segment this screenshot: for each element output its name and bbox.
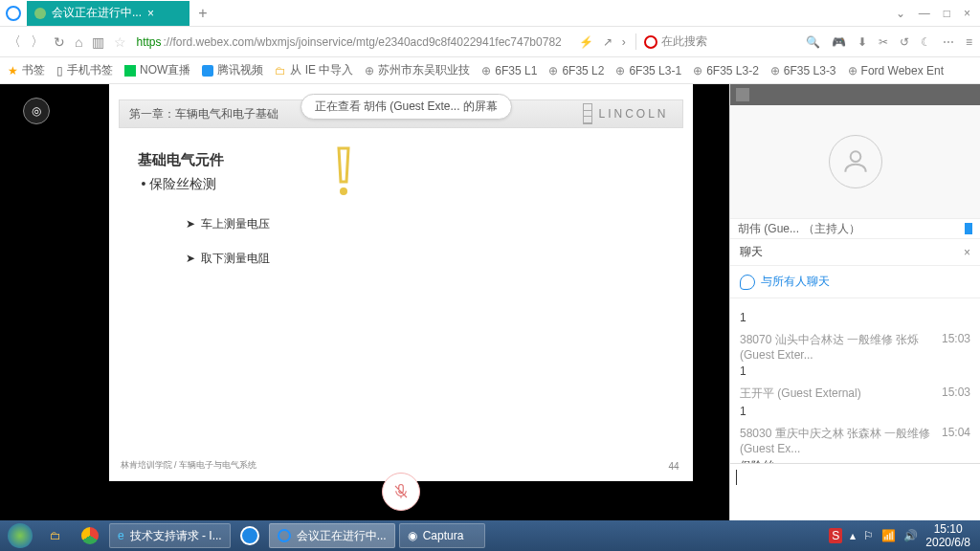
chat-input[interactable] xyxy=(730,463,980,520)
chat-with-label: 与所有人聊天 xyxy=(761,274,830,290)
search-icon[interactable]: 🔍 xyxy=(806,35,820,49)
slide-footer: 林肯培训学院 / 车辆电子与电气系统 xyxy=(121,459,257,472)
bookmark-bar: ★书签 ▯手机书签 NOW直播 腾讯视频 🗀从 IE 中导入 ⊕苏州市东吴职业技… xyxy=(0,57,980,84)
bookmark-tencent[interactable]: 腾讯视频 xyxy=(202,62,263,78)
gamepad-icon[interactable]: 🎮 xyxy=(832,35,846,49)
start-button[interactable] xyxy=(4,522,36,549)
slide-bullet: • 保险丝检测 xyxy=(142,176,217,193)
new-tab-button[interactable]: + xyxy=(189,5,216,22)
taskbar: 🗀 e技术支持请求 - I... 会议正在进行中... ◉Captura S ▴… xyxy=(0,520,980,551)
shared-slide: 第一章：车辆电气和电子基础 LINCOLN 正在查看 胡伟 (Guest Ext… xyxy=(109,84,693,481)
mute-button[interactable] xyxy=(382,473,420,511)
url-protocol: https xyxy=(136,35,161,49)
more-icon[interactable]: ⋯ xyxy=(943,35,954,49)
host-badge-icon xyxy=(965,223,972,234)
svg-point-0 xyxy=(340,187,347,195)
windows-icon xyxy=(8,523,33,548)
bookmark-l32[interactable]: ⊕6F35 L3-2 xyxy=(693,64,759,77)
bookmark-suzhou[interactable]: ⊕苏州市东吴职业技 xyxy=(365,62,470,78)
chat-message: 1 xyxy=(730,304,980,328)
bookmark-l31[interactable]: ⊕6F35 L3-1 xyxy=(615,64,681,77)
presentation-area: 第一章：车辆电气和电子基础 LINCOLN 正在查看 胡伟 (Guest Ext… xyxy=(72,84,729,520)
explorer-icon[interactable]: 🗀 xyxy=(40,522,71,549)
menu-icon[interactable]: ≡ xyxy=(966,35,972,49)
host-row[interactable]: 胡伟 (Gue... （主持人） xyxy=(730,218,980,239)
lightning-icon[interactable]: ⚡ xyxy=(579,35,593,49)
system-tray: S ▴ ⚐ 📶 🔊 15:10 2020/6/8 xyxy=(829,522,976,550)
taskbar-app-ie[interactable]: e技术支持请求 - I... xyxy=(109,523,231,548)
bookmark-ie-import[interactable]: 🗀从 IE 中导入 xyxy=(275,62,353,78)
window-close-icon[interactable]: × xyxy=(964,7,970,20)
slide-sub1: ➤车上测量电压 xyxy=(186,216,270,232)
sidebar-button[interactable]: ▥ xyxy=(92,34,104,50)
host-name: 胡伟 (Gue... xyxy=(738,221,799,237)
window-maximize-icon[interactable]: □ xyxy=(944,7,950,20)
browser-titlebar: 会议正在进行中... × + ⌄ — □ × xyxy=(0,0,980,27)
lincoln-logo-icon xyxy=(583,103,592,124)
bookmark-now[interactable]: NOW直播 xyxy=(124,62,190,78)
address-bar: 〈 〉 ↻ ⌂ ▥ ☆ https://ford.webex.com/wbxmj… xyxy=(0,27,980,57)
sogou-icon xyxy=(644,35,657,49)
chrome-icon[interactable] xyxy=(75,522,105,549)
side-panel: 胡伟 (Gue... （主持人） 聊天 × 与所有人聊天 1 38070 汕头中… xyxy=(729,84,980,520)
download-icon[interactable]: ⬇ xyxy=(858,35,867,49)
taskbar-app-webex[interactable]: 会议正在进行中... xyxy=(269,523,395,548)
home-button[interactable]: ⌂ xyxy=(75,34,82,50)
window-tray-icon[interactable]: ⌄ xyxy=(896,7,905,20)
bookmark-l33[interactable]: ⊕6F35 L3-3 xyxy=(770,64,836,77)
bookmark-l2[interactable]: ⊕6F35 L2 xyxy=(548,64,604,77)
window-minimize-icon[interactable]: — xyxy=(919,7,930,20)
share-icon[interactable]: ↗ xyxy=(603,35,612,49)
left-rail: ◎ xyxy=(0,84,72,520)
tab-close-icon[interactable]: × xyxy=(147,7,154,20)
chat-with-row[interactable]: 与所有人聊天 xyxy=(730,266,980,298)
view-toggle-button[interactable]: ◎ xyxy=(23,98,50,124)
microphone-muted-icon xyxy=(392,483,410,500)
star-button[interactable]: ☆ xyxy=(114,34,126,50)
tray-flag-icon[interactable]: ⚐ xyxy=(863,529,874,542)
panel-grid-icon[interactable] xyxy=(736,88,749,101)
viewing-banner: 正在查看 胡伟 (Guest Exte... 的屏幕 xyxy=(301,94,512,120)
bookmark-root[interactable]: ★书签 xyxy=(8,62,45,78)
forward-button[interactable]: 〉 xyxy=(31,33,44,51)
tab-title: 会议正在进行中... xyxy=(52,5,142,21)
browser-tab[interactable]: 会议正在进行中... × xyxy=(27,1,189,26)
tray-sogou-icon[interactable]: S xyxy=(829,528,842,543)
chat-title: 聊天 xyxy=(740,244,763,260)
lincoln-brand: LINCOLN xyxy=(583,103,668,124)
slide-heading: 基础电气元件 xyxy=(138,151,224,169)
slide-sub2: ➤取下测量电阻 xyxy=(186,251,270,267)
search-placeholder: 在此搜索 xyxy=(661,33,707,50)
search-box[interactable]: 在此搜索 xyxy=(635,33,707,50)
bookmark-mobile[interactable]: ▯手机书签 xyxy=(56,62,113,78)
tray-network-icon[interactable]: 📶 xyxy=(881,529,896,542)
slide-page-number: 44 xyxy=(668,461,679,472)
tray-clock[interactable]: 15:10 2020/6/8 xyxy=(925,522,970,550)
scissors-icon[interactable]: ✂ xyxy=(879,35,888,49)
tray-volume-icon[interactable]: 🔊 xyxy=(903,529,918,542)
app-icon[interactable] xyxy=(0,0,27,27)
url-path: ://ford.webex.com/wbxmjs/joinservice/mtg… xyxy=(163,35,561,49)
bookmark-webex[interactable]: ⊕Ford Webex Ent xyxy=(848,64,944,77)
chat-body: 1 38070 汕头中合林达 一般维修 张烁 (Guest Exter...15… xyxy=(730,298,980,463)
history-icon[interactable]: ↺ xyxy=(900,35,909,49)
sogou-browser-icon[interactable] xyxy=(234,522,265,549)
host-role: （主持人） xyxy=(803,221,860,237)
person-icon xyxy=(840,146,871,177)
taskbar-app-captura[interactable]: ◉Captura xyxy=(399,523,485,548)
bookmark-l1[interactable]: ⊕6F35 L1 xyxy=(481,64,537,77)
url-field[interactable]: https://ford.webex.com/wbxmjs/joinservic… xyxy=(136,35,561,49)
back-button[interactable]: 〈 xyxy=(8,33,21,51)
reload-button[interactable]: ↻ xyxy=(54,34,65,50)
exclamation-icon xyxy=(329,143,358,201)
chat-bubble-icon xyxy=(740,275,755,290)
tray-chevron-icon[interactable]: ▴ xyxy=(850,529,856,542)
panel-toolbar xyxy=(730,84,980,105)
chevron-icon[interactable]: › xyxy=(622,35,626,49)
moon-icon[interactable]: ☾ xyxy=(921,35,931,49)
chat-header: 聊天 × xyxy=(730,239,980,266)
video-area xyxy=(730,105,980,218)
chat-close-button[interactable]: × xyxy=(964,246,970,259)
content-area: ◎ 第一章：车辆电气和电子基础 LINCOLN 正在查看 胡伟 (Guest E… xyxy=(0,84,980,520)
webex-icon xyxy=(34,8,46,19)
